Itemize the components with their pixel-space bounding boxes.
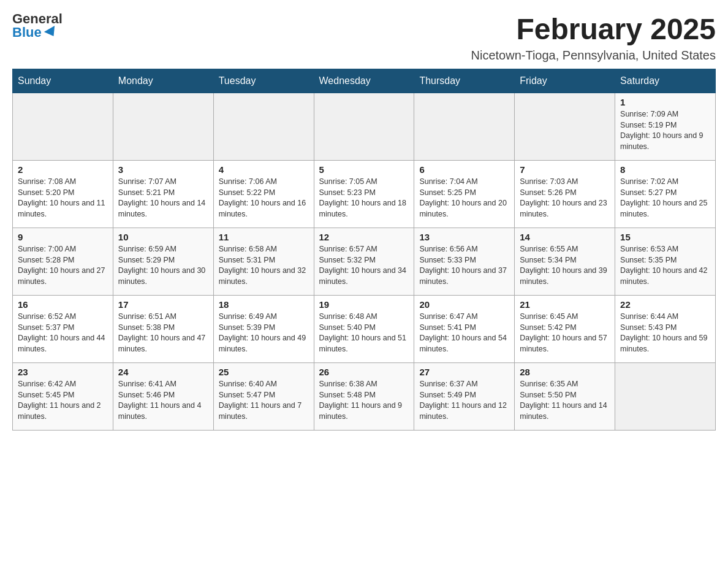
day-info: Sunrise: 6:56 AMSunset: 5:33 PMDaylight:… [419, 244, 509, 287]
weekday-header-friday: Friday [515, 69, 615, 93]
calendar-cell [615, 363, 716, 431]
weekday-header-sunday: Sunday [13, 69, 113, 93]
day-number: 8 [620, 164, 710, 175]
day-number: 11 [219, 232, 309, 242]
weekday-header-wednesday: Wednesday [314, 69, 414, 93]
calendar-cell: 17Sunrise: 6:51 AMSunset: 5:38 PMDayligh… [113, 296, 213, 363]
calendar-cell: 8Sunrise: 7:02 AMSunset: 5:27 PMDaylight… [615, 161, 716, 228]
day-number: 15 [620, 232, 710, 242]
calendar-cell [113, 93, 213, 161]
logo-arrow-icon [44, 26, 59, 39]
day-number: 2 [18, 164, 108, 175]
calendar-cell: 26Sunrise: 6:38 AMSunset: 5:48 PMDayligh… [314, 363, 414, 431]
calendar-cell: 11Sunrise: 6:58 AMSunset: 5:31 PMDayligh… [213, 228, 314, 296]
calendar-cell: 19Sunrise: 6:48 AMSunset: 5:40 PMDayligh… [314, 296, 414, 363]
day-info: Sunrise: 7:00 AMSunset: 5:28 PMDaylight:… [18, 244, 108, 287]
day-number: 9 [18, 232, 108, 242]
logo: General Blue [12, 12, 63, 39]
day-info: Sunrise: 6:52 AMSunset: 5:37 PMDaylight:… [18, 312, 108, 354]
day-number: 13 [419, 232, 509, 242]
day-info: Sunrise: 6:45 AMSunset: 5:42 PMDaylight:… [520, 312, 610, 354]
day-info: Sunrise: 6:47 AMSunset: 5:41 PMDaylight:… [419, 312, 509, 354]
day-number: 6 [419, 164, 509, 175]
day-info: Sunrise: 6:38 AMSunset: 5:48 PMDaylight:… [319, 379, 409, 422]
calendar-cell: 16Sunrise: 6:52 AMSunset: 5:37 PMDayligh… [13, 296, 113, 363]
day-info: Sunrise: 7:06 AMSunset: 5:22 PMDaylight:… [219, 177, 309, 220]
calendar-cell [414, 93, 515, 161]
logo-blue-text: Blue [12, 26, 58, 39]
day-number: 10 [118, 232, 208, 242]
day-info: Sunrise: 6:59 AMSunset: 5:29 PMDaylight:… [118, 244, 208, 287]
calendar-cell: 4Sunrise: 7:06 AMSunset: 5:22 PMDaylight… [213, 161, 314, 228]
calendar-cell: 23Sunrise: 6:42 AMSunset: 5:45 PMDayligh… [13, 363, 113, 431]
weekday-header-thursday: Thursday [414, 69, 515, 93]
calendar-cell: 6Sunrise: 7:04 AMSunset: 5:25 PMDaylight… [414, 161, 515, 228]
calendar-cell: 15Sunrise: 6:53 AMSunset: 5:35 PMDayligh… [615, 228, 716, 296]
day-info: Sunrise: 6:55 AMSunset: 5:34 PMDaylight:… [520, 244, 610, 287]
day-number: 28 [520, 367, 610, 377]
calendar-cell [13, 93, 113, 161]
day-number: 27 [419, 367, 509, 377]
calendar-cell: 28Sunrise: 6:35 AMSunset: 5:50 PMDayligh… [515, 363, 615, 431]
day-info: Sunrise: 7:04 AMSunset: 5:25 PMDaylight:… [419, 177, 509, 220]
day-info: Sunrise: 7:03 AMSunset: 5:26 PMDaylight:… [520, 177, 610, 220]
calendar-cell [314, 93, 414, 161]
calendar-cell: 1Sunrise: 7:09 AMSunset: 5:19 PMDaylight… [615, 93, 716, 161]
logo-general-text: General [12, 12, 63, 26]
calendar-cell: 5Sunrise: 7:05 AMSunset: 5:23 PMDaylight… [314, 161, 414, 228]
day-info: Sunrise: 7:02 AMSunset: 5:27 PMDaylight:… [620, 177, 710, 220]
page-header: General Blue February 2025 Nicetown-Tiog… [12, 12, 716, 63]
calendar-week-row: 23Sunrise: 6:42 AMSunset: 5:45 PMDayligh… [13, 363, 716, 431]
calendar-cell: 12Sunrise: 6:57 AMSunset: 5:32 PMDayligh… [314, 228, 414, 296]
calendar-title: February 2025 [471, 12, 716, 46]
calendar-cell: 3Sunrise: 7:07 AMSunset: 5:21 PMDaylight… [113, 161, 213, 228]
day-info: Sunrise: 6:40 AMSunset: 5:47 PMDaylight:… [219, 379, 309, 422]
day-number: 16 [18, 299, 108, 310]
day-info: Sunrise: 6:51 AMSunset: 5:38 PMDaylight:… [118, 312, 208, 354]
calendar-subtitle: Nicetown-Tioga, Pennsylvania, United Sta… [471, 48, 716, 63]
day-number: 26 [319, 367, 409, 377]
day-info: Sunrise: 7:08 AMSunset: 5:20 PMDaylight:… [18, 177, 108, 220]
weekday-header-saturday: Saturday [615, 69, 716, 93]
calendar-cell: 22Sunrise: 6:44 AMSunset: 5:43 PMDayligh… [615, 296, 716, 363]
day-info: Sunrise: 7:05 AMSunset: 5:23 PMDaylight:… [319, 177, 409, 220]
day-info: Sunrise: 6:37 AMSunset: 5:49 PMDaylight:… [419, 379, 509, 422]
day-info: Sunrise: 7:09 AMSunset: 5:19 PMDaylight:… [620, 109, 710, 152]
day-number: 14 [520, 232, 610, 242]
calendar-cell: 13Sunrise: 6:56 AMSunset: 5:33 PMDayligh… [414, 228, 515, 296]
calendar-cell: 21Sunrise: 6:45 AMSunset: 5:42 PMDayligh… [515, 296, 615, 363]
calendar-cell: 25Sunrise: 6:40 AMSunset: 5:47 PMDayligh… [213, 363, 314, 431]
day-number: 19 [319, 299, 409, 310]
day-info: Sunrise: 6:49 AMSunset: 5:39 PMDaylight:… [219, 312, 309, 354]
calendar-cell: 10Sunrise: 6:59 AMSunset: 5:29 PMDayligh… [113, 228, 213, 296]
day-number: 25 [219, 367, 309, 377]
weekday-header-monday: Monday [113, 69, 213, 93]
day-number: 1 [620, 97, 710, 107]
day-number: 21 [520, 299, 610, 310]
calendar-cell: 24Sunrise: 6:41 AMSunset: 5:46 PMDayligh… [113, 363, 213, 431]
calendar-week-row: 16Sunrise: 6:52 AMSunset: 5:37 PMDayligh… [13, 296, 716, 363]
day-number: 20 [419, 299, 509, 310]
day-number: 22 [620, 299, 710, 310]
day-number: 5 [319, 164, 409, 175]
day-number: 3 [118, 164, 208, 175]
calendar-cell: 7Sunrise: 7:03 AMSunset: 5:26 PMDaylight… [515, 161, 615, 228]
day-number: 7 [520, 164, 610, 175]
weekday-header-tuesday: Tuesday [213, 69, 314, 93]
day-info: Sunrise: 6:57 AMSunset: 5:32 PMDaylight:… [319, 244, 409, 287]
day-number: 12 [319, 232, 409, 242]
calendar-week-row: 2Sunrise: 7:08 AMSunset: 5:20 PMDaylight… [13, 161, 716, 228]
day-info: Sunrise: 6:42 AMSunset: 5:45 PMDaylight:… [18, 379, 108, 422]
calendar-cell: 20Sunrise: 6:47 AMSunset: 5:41 PMDayligh… [414, 296, 515, 363]
calendar-week-row: 1Sunrise: 7:09 AMSunset: 5:19 PMDaylight… [13, 93, 716, 161]
title-block: February 2025 Nicetown-Tioga, Pennsylvan… [471, 12, 716, 63]
day-info: Sunrise: 6:44 AMSunset: 5:43 PMDaylight:… [620, 312, 710, 354]
day-info: Sunrise: 7:07 AMSunset: 5:21 PMDaylight:… [118, 177, 208, 220]
calendar-week-row: 9Sunrise: 7:00 AMSunset: 5:28 PMDaylight… [13, 228, 716, 296]
day-info: Sunrise: 6:41 AMSunset: 5:46 PMDaylight:… [118, 379, 208, 422]
calendar-cell: 27Sunrise: 6:37 AMSunset: 5:49 PMDayligh… [414, 363, 515, 431]
calendar-body: 1Sunrise: 7:09 AMSunset: 5:19 PMDaylight… [13, 93, 716, 431]
calendar-cell: 2Sunrise: 7:08 AMSunset: 5:20 PMDaylight… [13, 161, 113, 228]
weekday-header-row: SundayMondayTuesdayWednesdayThursdayFrid… [13, 69, 716, 93]
day-info: Sunrise: 6:53 AMSunset: 5:35 PMDaylight:… [620, 244, 710, 287]
